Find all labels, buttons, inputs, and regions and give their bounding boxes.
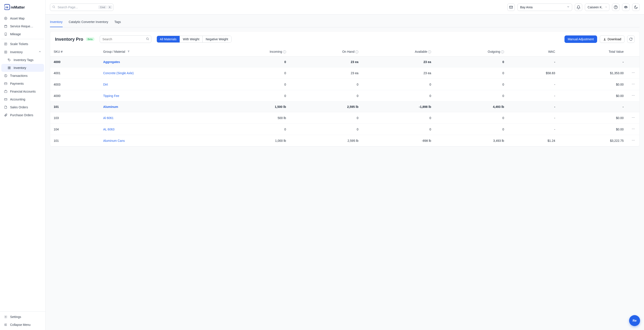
col-total[interactable]: Total Value: [559, 47, 627, 57]
info-icon[interactable]: i: [501, 50, 504, 53]
info-icon[interactable]: i: [283, 50, 286, 53]
tag-icon: [8, 58, 11, 62]
svg-rect-11: [8, 67, 9, 68]
sidebar-item-label: Settings: [10, 315, 21, 319]
inventory-search-input[interactable]: [100, 35, 151, 43]
cell-total: $3,222.75: [559, 135, 627, 146]
material-group-link[interactable]: Aggregates: [103, 60, 120, 64]
notifications-button[interactable]: [575, 3, 582, 11]
col-incoming[interactable]: Incomingi: [217, 47, 290, 57]
row-actions-button[interactable]: [631, 71, 636, 75]
download-label: Download: [608, 37, 621, 41]
cell-outgoing: 0: [434, 90, 508, 101]
col-available[interactable]: Availablei: [362, 47, 434, 57]
cell-available: 0: [362, 124, 434, 135]
route-icon: [4, 32, 8, 36]
cell-available: 0: [362, 90, 434, 101]
user-menu[interactable]: Caiseen K.: [585, 3, 610, 11]
material-group-link[interactable]: Aluminum: [103, 105, 118, 108]
download-button[interactable]: Download: [600, 35, 624, 43]
svg-rect-18: [4, 98, 7, 100]
info-icon[interactable]: i: [355, 50, 358, 53]
material-link[interactable]: Aluminum Cans: [103, 139, 125, 142]
material-link[interactable]: AL 6063: [103, 128, 114, 131]
sidebar-item-service-reque-[interactable]: Service Reque…: [1, 22, 44, 30]
sidebar-item-label: Purchase Orders: [10, 113, 33, 117]
sidebar-item-accounting[interactable]: Accounting: [1, 95, 44, 103]
sidebar-item-inventory-tags[interactable]: Inventory Tags: [1, 56, 44, 64]
sidebar-item-label: Inventory Tags: [14, 58, 34, 62]
svg-rect-13: [8, 68, 9, 69]
cell-total: $1,353.00: [559, 67, 627, 79]
filter-negative-weight[interactable]: Negative Weight: [202, 36, 231, 42]
row-actions-button[interactable]: [631, 116, 636, 120]
svg-point-20: [53, 6, 55, 8]
help-button[interactable]: [612, 3, 620, 11]
svg-point-35: [633, 117, 634, 118]
theme-toggle-button[interactable]: [632, 3, 640, 11]
sidebar-item-purchase-orders[interactable]: Purchase Orders: [1, 111, 44, 119]
sidebar-item-inventory[interactable]: Inventory: [1, 48, 44, 56]
sidebar-item-asset-map[interactable]: Asset Map: [1, 14, 44, 22]
sidebar-item-transactions[interactable]: Transactions: [1, 72, 44, 80]
subtab-tags[interactable]: Tags: [114, 18, 121, 27]
filter-all-materials[interactable]: All Materials: [157, 36, 180, 42]
sidebar-item-settings[interactable]: Settings: [1, 313, 44, 321]
cell-total: $0.00: [559, 112, 627, 124]
col-wac[interactable]: WAC: [508, 47, 558, 57]
cell-incoming: 0: [217, 57, 290, 67]
inventory-panel: Inventory Pro Beta All MaterialsWith Wei…: [50, 31, 640, 147]
sidebar-item-label: Sales Orders: [10, 105, 28, 109]
manual-adjustment-button[interactable]: Manual Adjustment: [564, 35, 597, 43]
svg-point-39: [634, 129, 634, 129]
subtab-catalytic-converter-inventory[interactable]: Catalytic Converter Inventory: [69, 18, 108, 27]
cell-sku: 4001: [50, 67, 100, 79]
material-link[interactable]: Dirt: [103, 83, 108, 86]
sidebar-item-mileage[interactable]: Mileage: [1, 30, 44, 38]
brand-logo[interactable]: re reMatter: [0, 0, 45, 14]
col-material[interactable]: Group / Material: [100, 47, 217, 57]
sidebar-item-inventory[interactable]: Inventory: [1, 64, 44, 72]
topbar: Cmd K Bay Area Caiseen K.: [46, 0, 644, 14]
col-outgoing[interactable]: Outgoingi: [434, 47, 508, 57]
user-name: Caiseen K.: [588, 5, 602, 9]
sidebar-item-collapse-menu[interactable]: Collapse Menu: [1, 321, 44, 329]
subtabs: InventoryCatalytic Converter InventoryTa…: [50, 14, 640, 27]
location-select[interactable]: Bay Area: [518, 3, 572, 11]
mail-button[interactable]: [507, 3, 515, 11]
col-sku[interactable]: SKU #: [50, 47, 100, 57]
svg-point-7: [6, 35, 6, 35]
cell-total: $0.00: [559, 124, 627, 135]
row-actions-button[interactable]: [631, 127, 636, 132]
sidebar-item-payments[interactable]: Payments: [1, 80, 44, 87]
sidebar-item-financial-accounts[interactable]: Financial Accounts: [1, 87, 44, 95]
scale-button[interactable]: [622, 3, 630, 11]
cell-actions: [627, 135, 640, 146]
filter-with-weight[interactable]: With Weight: [180, 36, 202, 42]
location-value: Bay Area: [520, 5, 533, 9]
cell-incoming: 0: [217, 67, 290, 79]
filter-icon[interactable]: [127, 50, 130, 53]
row-actions-button[interactable]: [631, 94, 636, 98]
sidebar-item-sales-orders[interactable]: Sales Orders: [1, 103, 44, 111]
row-actions-button[interactable]: [631, 82, 636, 87]
cell-wac: -: [508, 90, 558, 101]
calendar-icon: [4, 24, 8, 28]
refresh-button[interactable]: [627, 35, 634, 43]
row-actions-button[interactable]: [631, 139, 636, 143]
subtab-inventory[interactable]: Inventory: [50, 18, 63, 27]
cell-incoming: 500 lb: [217, 112, 290, 124]
col-onhand[interactable]: On Handi: [290, 47, 362, 57]
chat-fab[interactable]: Re: [629, 315, 640, 326]
sidebar-item-scale-tickets[interactable]: Scale Tickets: [1, 40, 44, 48]
material-link[interactable]: Al 6061: [103, 116, 114, 120]
cell-onhand: 2,595 lb: [290, 135, 362, 146]
kbd-cmd: Cmd: [98, 5, 106, 9]
cell-sku: 103: [50, 112, 100, 124]
material-link[interactable]: Concrete (Single Axle): [103, 71, 134, 75]
cell-wac: -: [508, 101, 558, 112]
info-icon[interactable]: i: [428, 50, 431, 53]
material-link[interactable]: Tipping Fee: [103, 94, 119, 98]
cell-outgoing: 0: [434, 112, 508, 124]
cell-sku: 4003: [50, 79, 100, 90]
